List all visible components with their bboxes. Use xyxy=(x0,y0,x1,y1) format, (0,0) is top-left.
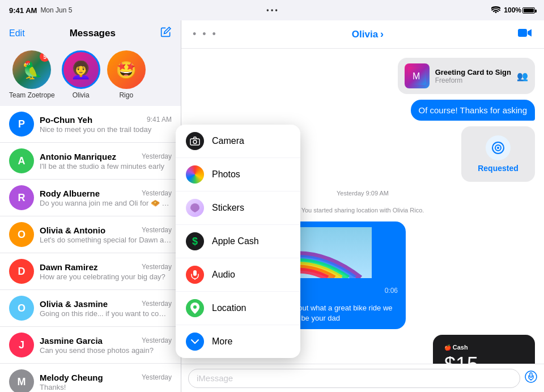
msg-time-1: 9:41 AM xyxy=(147,116,172,123)
message-item-6[interactable]: O Olivia & Jasmine Yesterday Going on th… xyxy=(0,290,181,327)
audio-icon xyxy=(186,266,204,284)
video-call-button[interactable] xyxy=(518,27,533,42)
popup-item-camera[interactable]: Camera xyxy=(176,125,300,158)
message-item-7[interactable]: J Jasmine Garcia Yesterday Can you send … xyxy=(0,327,181,364)
message-item-4[interactable]: O Olivia & Antonio Yesterday Let's do so… xyxy=(0,216,181,253)
msg-preview-5: How are you celebrating your big day? xyxy=(40,272,172,281)
avatar-olivia-antonio: O xyxy=(9,222,34,247)
popup-item-location[interactable]: Location xyxy=(176,292,300,325)
svg-rect-15 xyxy=(530,373,532,377)
more-label: More xyxy=(212,336,232,347)
location-label: Location xyxy=(212,303,246,313)
contact-name[interactable]: Olivia › xyxy=(352,28,384,40)
pinned-contact-olivia[interactable]: 👩‍🦱 Olivia xyxy=(62,50,100,99)
svg-text:M: M xyxy=(413,71,420,81)
svg-rect-17 xyxy=(190,139,199,145)
msg-time-8: Yesterday xyxy=(142,373,172,381)
pinned-badge-team: 5 xyxy=(40,52,50,62)
audio-input-button[interactable] xyxy=(525,370,537,386)
msg-content-7: Jasmine Garcia Yesterday Can you send th… xyxy=(40,336,172,355)
message-list: P Po-Chun Yeh 9:41 AM Nice to meet you o… xyxy=(0,106,181,392)
greeting-thumb: M xyxy=(405,63,430,88)
pinned-name-olivia: Olivia xyxy=(73,91,90,99)
msg-content-3: Rody Albuerne Yesterday Do you wanna joi… xyxy=(40,189,172,207)
avatar-jasmine: J xyxy=(9,333,34,357)
pinned-name-team: Team Zoetrope xyxy=(9,91,55,99)
svg-point-18 xyxy=(193,140,197,144)
svg-point-5 xyxy=(497,147,499,149)
edit-button[interactable]: Edit xyxy=(9,28,25,39)
imessage-input[interactable]: iMessage xyxy=(188,369,520,388)
sidebar-header: Edit Messages xyxy=(0,20,181,44)
msg-time-6: Yesterday xyxy=(142,300,172,308)
greeting-title: Greeting Card to Sign xyxy=(435,68,511,76)
avatar-melody: M xyxy=(9,369,34,392)
msg-preview-6: Going on this ride... if you want to com… xyxy=(40,309,172,318)
message-item-8[interactable]: M Melody Cheung Yesterday Thanks! xyxy=(0,364,181,392)
msg-preview-4: Let's do something special for Dawn at t… xyxy=(40,236,172,244)
greeting-subtitle: Freeform xyxy=(435,76,511,84)
cash-logo: 🍎 Cash xyxy=(444,344,524,351)
msg-preview-7: Can you send those photos again? xyxy=(40,346,172,355)
message-item-3[interactable]: R Rody Albuerne Yesterday Do you wanna j… xyxy=(0,180,181,216)
requested-icon xyxy=(486,135,511,160)
status-date: Mon Jun 5 xyxy=(40,6,72,14)
avatar-dawn: D xyxy=(9,259,34,284)
sidebar-title: Messages xyxy=(70,28,116,39)
msg-content-4: Olivia & Antonio Yesterday Let's do some… xyxy=(40,225,172,244)
photos-icon xyxy=(186,165,204,184)
apple-cash-icon: $ xyxy=(186,232,204,250)
popup-item-stickers[interactable]: Stickers xyxy=(176,191,300,225)
photos-label: Photos xyxy=(212,169,240,180)
msg-name-7: Jasmine Garcia xyxy=(40,336,103,346)
popup-item-applecash[interactable]: $ Apple Cash xyxy=(176,225,300,258)
msg-content-1: Po-Chun Yeh 9:41 AM Nice to meet you on … xyxy=(40,115,172,134)
compose-button[interactable] xyxy=(160,26,172,40)
pinned-contacts: 🦜 5 Team Zoetrope 👩‍🦱 Olivia 🤩 Rigo xyxy=(0,44,181,106)
pinned-avatar-olivia: 👩‍🦱 xyxy=(62,50,100,89)
wifi-icon xyxy=(491,6,500,15)
pinned-contact-rigo[interactable]: 🤩 Rigo xyxy=(107,50,146,99)
audio-label: Audio xyxy=(212,270,235,280)
avatar-olivia-jasmine: O xyxy=(9,296,34,321)
message-item-2[interactable]: A Antonio Manriquez Yesterday I'll be at… xyxy=(0,143,181,180)
msg-time-7: Yesterday xyxy=(142,336,172,344)
pinned-contact-team[interactable]: 🦜 5 Team Zoetrope xyxy=(9,50,55,99)
svg-point-21 xyxy=(193,305,197,309)
msg-name-4: Olivia & Antonio xyxy=(40,225,105,235)
message-item-5[interactable]: D Dawn Ramirez Yesterday How are you cel… xyxy=(0,253,181,290)
camera-icon xyxy=(186,132,204,150)
header-dots: • • • xyxy=(193,28,218,40)
avatar-antonio: A xyxy=(9,148,34,173)
msg-name-5: Dawn Ramirez xyxy=(40,262,98,272)
msg-time-5: Yesterday xyxy=(142,263,172,271)
message-item-1[interactable]: P Po-Chun Yeh 9:41 AM Nice to meet you o… xyxy=(0,106,181,143)
requested-label: Requested xyxy=(478,164,518,173)
people-icon: 👥 xyxy=(517,71,528,82)
msg-preview-2: I'll be at the studio a few minutes earl… xyxy=(40,162,172,171)
msg-preview-1: Nice to meet you on the trail today xyxy=(40,125,172,134)
input-bar: iMessage xyxy=(181,364,544,392)
popup-item-photos[interactable]: Photos xyxy=(176,158,300,191)
cash-amount: $15 xyxy=(444,353,524,364)
avatar-rody: R xyxy=(9,185,34,210)
msg-content-6: Olivia & Jasmine Yesterday Going on this… xyxy=(40,299,172,318)
msg-content-2: Antonio Manriquez Yesterday I'll be at t… xyxy=(40,152,172,171)
svg-rect-19 xyxy=(193,270,197,276)
apple-cash-label: Apple Cash xyxy=(212,236,259,246)
greeting-card-bubble: M Greeting Card to Sign Freeform 👥 xyxy=(398,58,535,94)
pinned-avatar-rigo: 🤩 xyxy=(107,50,146,89)
msg-content-8: Melody Cheung Yesterday Thanks! xyxy=(40,373,172,391)
status-dots: • • • xyxy=(266,6,277,14)
msg-preview-8: Thanks! xyxy=(40,383,172,391)
msg-name-1: Po-Chun Yeh xyxy=(40,115,92,125)
popup-item-audio[interactable]: Audio xyxy=(176,258,300,292)
msg-time-4: Yesterday xyxy=(142,226,172,234)
msg-time-2: Yesterday xyxy=(142,152,172,160)
status-bar: 9:41 AM Mon Jun 5 • • • 100% xyxy=(0,0,544,20)
popup-item-more[interactable]: More xyxy=(176,325,300,358)
sidebar: Edit Messages 🦜 5 Team Zoetrope 👩‍🦱 Oliv… xyxy=(0,20,181,392)
msg-name-3: Rody Albuerne xyxy=(40,189,100,198)
greeting-text: Greeting Card to Sign Freeform xyxy=(435,68,511,84)
avatar-pochun: P xyxy=(9,112,34,137)
